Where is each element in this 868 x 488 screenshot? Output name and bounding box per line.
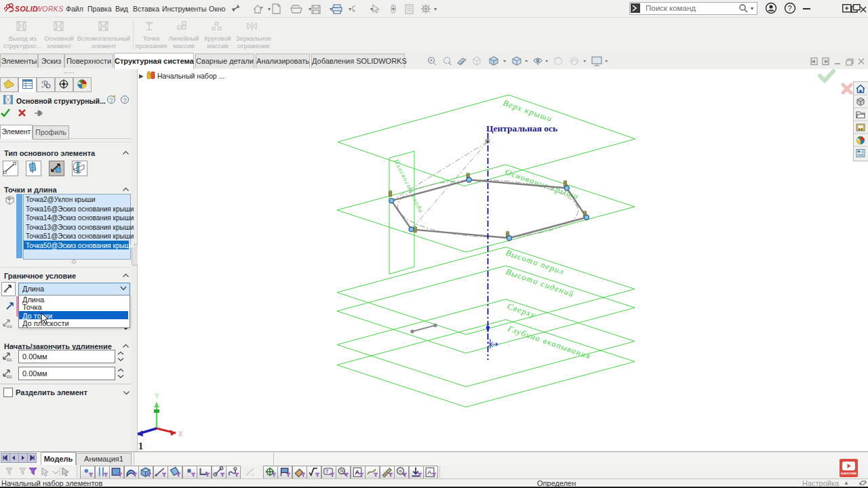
svg-text:Центральная ось: Центральная ось: [486, 123, 557, 134]
svg-text:T: T: [326, 469, 328, 474]
svg-text:Высота сидений: Высота сидений: [505, 267, 575, 300]
svg-text:?: ?: [788, 4, 792, 12]
svg-text:Плоскость схода: Плоскость схода: [393, 158, 425, 214]
svg-text:WORKS: WORKS: [35, 5, 64, 13]
svg-text:D1: D1: [7, 358, 12, 362]
svg-text:Y: Y: [155, 392, 159, 400]
svg-text:?: ?: [123, 97, 127, 104]
svg-text:D3: D3: [7, 325, 12, 329]
svg-text:Глубина вкапывания: Глубина вкапывания: [506, 323, 592, 361]
svg-text:X: X: [178, 430, 183, 438]
svg-text:?: ?: [110, 97, 113, 104]
svg-text:D2: D2: [7, 375, 12, 379]
svg-text:P: P: [8, 197, 11, 201]
svg-text:SOLID: SOLID: [15, 5, 38, 13]
